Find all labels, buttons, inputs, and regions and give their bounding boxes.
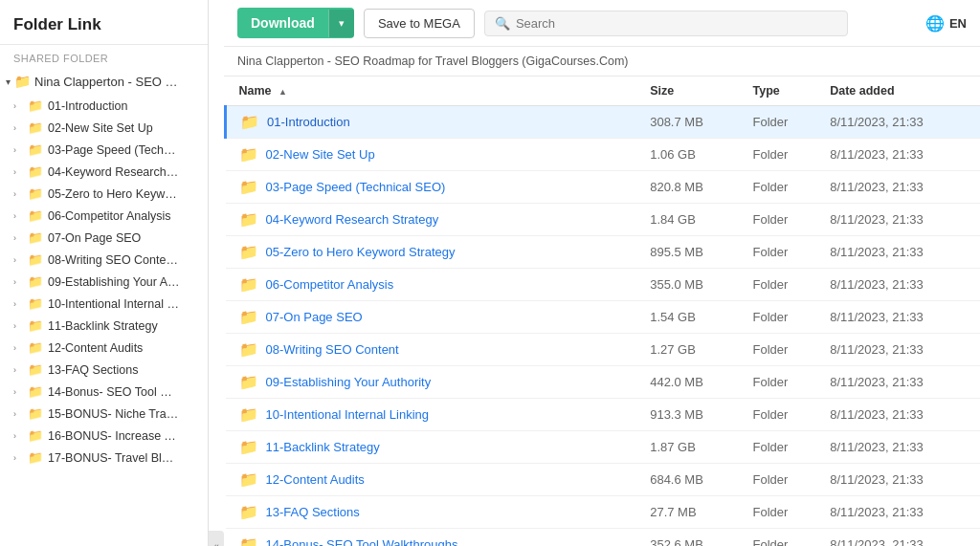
file-size: 1.84 GB [640,204,743,236]
file-name: 07-On Page SEO [266,310,363,324]
chevron-right-icon: › [13,299,23,309]
sidebar-root-item[interactable]: ▾ 📁 Nina Clapperton - SEO Road... [0,68,208,95]
sidebar-item[interactable]: › 📁 04-Keyword Research St... [10,161,208,183]
table-row[interactable]: 📁 12-Content Audits 684.6 MBFolder8/11/2… [226,464,981,496]
chevron-right-icon: › [13,387,23,397]
file-type: Folder [744,204,821,236]
folder-icon: 📁 [28,164,43,179]
file-type: Folder [744,464,821,496]
sidebar-item[interactable]: › 📁 07-On Page SEO [10,227,208,249]
table-row[interactable]: 📁 13-FAQ Sections 27.7 MBFolder8/11/2023… [226,496,981,529]
sidebar-item[interactable]: › 📁 15-BONUS- Niche Travel... [10,403,208,425]
sidebar-item[interactable]: › 📁 16-BONUS- Increase You... [10,425,208,447]
file-name-cell[interactable]: 📁 05-Zero to Hero Keyword Strategy [226,236,641,268]
column-header-size[interactable]: Size [640,76,743,106]
sidebar-item[interactable]: › 📁 12-Content Audits [10,337,208,359]
table-row[interactable]: 📁 04-Keyword Research Strategy 1.84 GBFo… [226,204,981,236]
file-name-cell[interactable]: 📁 06-Competitor Analysis [226,269,641,300]
file-name-cell[interactable]: 📁 10-Intentional Internal Linking [226,399,641,430]
table-row[interactable]: 📁 06-Competitor Analysis 355.0 MBFolder8… [226,269,981,301]
main-content: Download ▾ Save to MEGA 🔍 🌐 EN Nina Clap… [224,0,980,546]
collapse-handle[interactable]: « [209,531,224,546]
table-row[interactable]: 📁 07-On Page SEO 1.54 GBFolder8/11/2023,… [226,301,981,334]
file-type: Folder [744,399,821,431]
download-button[interactable]: Download [237,8,328,38]
file-name-cell[interactable]: 📁 09-Establishing Your Authority [226,366,641,398]
file-name-cell[interactable]: 📁 14-Bonus- SEO Tool Walkthroughs [226,529,641,546]
sidebar-item[interactable]: › 📁 03-Page Speed (Technica... [10,139,208,161]
search-input[interactable] [516,16,837,31]
file-name: 04-Keyword Research Strategy [266,212,439,227]
table-row[interactable]: 📁 14-Bonus- SEO Tool Walkthroughs 352.6 … [226,529,981,547]
table-row[interactable]: 📁 11-Backlink Strategy 1.87 GBFolder8/11… [226,431,981,464]
column-header-name[interactable]: Name ▲ [226,76,641,106]
file-name-cell[interactable]: 📁 01-Introduction [227,106,640,138]
table-row[interactable]: 📁 01-Introduction 308.7 MBFolder8/11/202… [226,106,981,139]
sidebar-item[interactable]: › 📁 05-Zero to Hero Keywor... [10,183,208,205]
file-name-cell[interactable]: 📁 04-Keyword Research Strategy [226,204,641,235]
sidebar-item[interactable]: › 📁 08-Writing SEO Content... [10,249,208,271]
file-name-cell[interactable]: 📁 03-Page Speed (Technical SEO) [226,171,641,203]
chevron-right-icon: › [13,233,23,243]
file-type: Folder [744,431,821,464]
root-label: Nina Clapperton - SEO Road... [34,75,178,89]
sidebar-item-label: 08-Writing SEO Content... [48,253,180,267]
language-button[interactable]: 🌐 EN [925,14,967,33]
file-date: 8/11/2023, 21:33 [820,171,980,204]
table-row[interactable]: 📁 10-Intentional Internal Linking 913.3 … [226,399,981,431]
chevron-right-icon: › [13,343,23,353]
sidebar-item[interactable]: › 📁 09-Establishing Your Auth... [10,271,208,293]
file-name-cell[interactable]: 📁 07-On Page SEO [226,301,641,333]
file-type: Folder [744,334,821,366]
file-size: 1.27 GB [640,334,743,366]
file-name-cell[interactable]: 📁 02-New Site Set Up [226,139,641,170]
file-name: 10-Intentional Internal Linking [266,407,430,422]
file-type: Folder [744,496,821,529]
sidebar-item[interactable]: › 📁 13-FAQ Sections [10,359,208,381]
save-to-mega-button[interactable]: Save to MEGA [364,9,475,38]
sidebar: Folder Link Shared folder ▾ 📁 Nina Clapp… [0,0,209,546]
table-row[interactable]: 📁 09-Establishing Your Authority 442.0 M… [226,366,981,399]
sidebar-item[interactable]: › 📁 14-Bonus- SEO Tool Wall... [10,381,208,403]
table-row[interactable]: 📁 02-New Site Set Up 1.06 GBFolder8/11/2… [226,139,981,171]
file-table-container: Name ▲ Size Type Date added 📁 01-Introdu… [224,76,980,546]
download-dropdown-button[interactable]: ▾ [328,10,354,37]
sidebar-item[interactable]: › 📁 10-Intentional Internal Li... [10,293,208,315]
lang-label: EN [949,16,967,31]
sidebar-item[interactable]: › 📁 06-Competitor Analysis [10,205,208,227]
chevron-down-icon: ▾ [6,76,11,87]
file-name: 01-Introduction [267,115,350,129]
file-name: 03-Page Speed (Technical SEO) [266,180,446,194]
table-row[interactable]: 📁 08-Writing SEO Content 1.27 GBFolder8/… [226,334,981,366]
sidebar-item[interactable]: › 📁 01-Introduction [10,95,208,117]
sidebar-item[interactable]: › 📁 17-BONUS- Travel Blog Q... [10,447,208,469]
folder-icon: 📁 [239,340,258,359]
column-header-type[interactable]: Type [744,76,821,106]
folder-icon: 📁 [239,308,258,326]
file-date: 8/11/2023, 21:33 [820,529,980,547]
file-name: 11-Backlink Strategy [266,440,380,454]
sidebar-item[interactable]: › 📁 02-New Site Set Up [10,117,208,139]
file-date: 8/11/2023, 21:33 [820,366,980,399]
file-name-cell[interactable]: 📁 11-Backlink Strategy [226,431,641,463]
chevron-down-icon: ▾ [339,17,345,30]
folder-icon: 📁 [239,145,258,164]
file-name-cell[interactable]: 📁 08-Writing SEO Content [226,334,641,365]
file-date: 8/11/2023, 21:33 [820,334,980,366]
shared-folder-label: Shared folder [0,45,208,68]
folder-icon: 📁 [28,340,43,355]
table-row[interactable]: 📁 05-Zero to Hero Keyword Strategy 895.5… [226,236,981,269]
file-name-cell[interactable]: 📁 12-Content Audits [226,464,641,495]
sidebar-item-label: 12-Content Audits [48,341,143,355]
file-date: 8/11/2023, 21:33 [820,236,980,269]
file-size: 1.87 GB [640,431,743,464]
sidebar-item[interactable]: › 📁 11-Backlink Strategy [10,315,208,337]
file-size: 1.06 GB [640,139,743,171]
file-name: 13-FAQ Sections [266,505,360,519]
download-button-group[interactable]: Download ▾ [237,8,354,38]
column-header-date[interactable]: Date added [820,76,980,106]
file-name-cell[interactable]: 📁 13-FAQ Sections [226,496,641,528]
folder-icon: 📁 [28,230,43,245]
file-name: 12-Content Audits [266,472,365,487]
table-row[interactable]: 📁 03-Page Speed (Technical SEO) 820.8 MB… [226,171,981,204]
